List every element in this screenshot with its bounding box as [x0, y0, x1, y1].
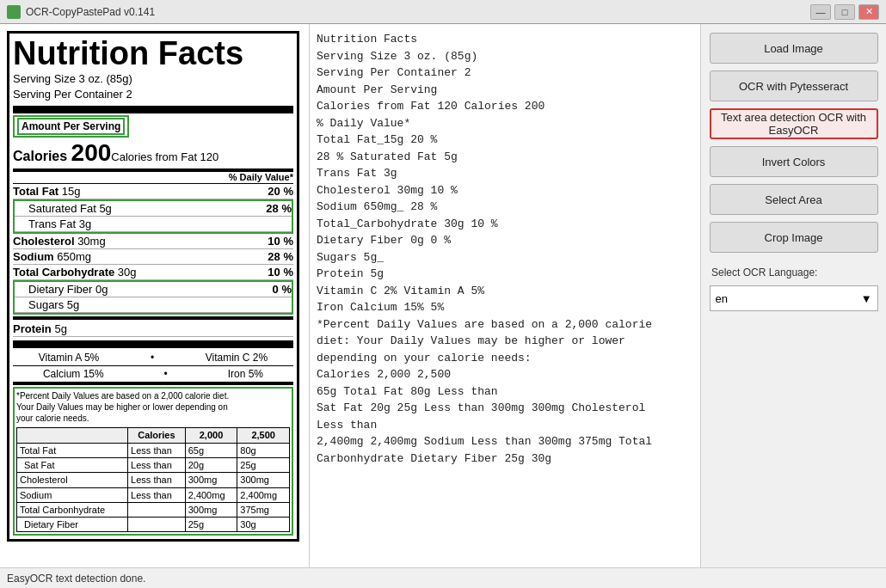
table-row: Sodium Less than 2,400mg 2,400mg — [17, 487, 290, 502]
fiber-sugars-section: Dietary Fiber 0g 0 % Sugars 5g — [13, 280, 293, 315]
trans-fat-row: Trans Fat 3g — [15, 217, 292, 232]
saturated-fat-row: Saturated Fat 5g 28 % — [15, 201, 292, 217]
calories-value: 200 — [71, 139, 112, 166]
thick-divider-1 — [13, 106, 293, 113]
calories-from-fat: Calories from Fat 120 — [111, 150, 218, 163]
language-value: en — [716, 292, 728, 305]
status-bar: EasyOCR text detection done. — [0, 567, 886, 588]
vitamins-row-2: Calcium 15% • Iron 5% — [13, 366, 293, 385]
serving-size: Serving Size 3 oz. (85g) — [13, 71, 293, 87]
dietary-fiber-row: Dietary Fiber 0g 0 % — [15, 282, 292, 297]
main-content: Nutrition Facts Serving Size 3 oz. (85g)… — [0, 24, 886, 567]
title-bar-left: OCR-CopyPastePad v0.141 — [7, 5, 155, 19]
close-button[interactable]: ✕ — [858, 4, 879, 20]
table-row: Sat Fat Less than 20g 25g — [17, 457, 290, 472]
app-icon — [7, 5, 21, 19]
load-image-button[interactable]: Load Image — [710, 33, 878, 64]
ocr-easyocr-button[interactable]: Text area detection OCR with EasyOCR — [710, 108, 878, 139]
ocr-text-panel: Nutrition Facts Serving Size 3 oz. (85g)… — [310, 24, 701, 567]
table-row: Total Carbonhydrate 300mg 375mg — [17, 502, 290, 517]
vitamins-row-1: Vitamin A 5% • Vitamin C 2% — [13, 350, 293, 366]
table-row: Total Fat Less than 65g 80g — [17, 443, 290, 457]
daily-table-header: Calories 2,000 2,500 — [17, 428, 290, 443]
minimize-button[interactable]: — — [810, 4, 831, 20]
total-fat-row: Total Fat 15g 20 % — [13, 184, 293, 199]
nutrition-label-panel: Nutrition Facts Serving Size 3 oz. (85g)… — [0, 24, 310, 567]
title-bar: OCR-CopyPastePad v0.141 — □ ✕ — [0, 0, 886, 24]
protein-row: Protein 5g — [13, 322, 293, 337]
calcium: Calcium 15% — [43, 368, 104, 380]
thick-divider-2 — [13, 340, 293, 348]
amount-per-serving: Amount Per Serving — [13, 115, 129, 138]
medium-divider-protein — [13, 316, 293, 320]
app-title: OCR-CopyPastePad v0.141 — [26, 6, 155, 18]
select-area-button[interactable]: Select Area — [710, 184, 878, 215]
right-panel: Load Image OCR with Pytesseract Text are… — [701, 24, 886, 567]
calories-label: Calories — [13, 149, 67, 163]
vitamin-c: Vitamin C 2% — [206, 352, 268, 364]
cholesterol-row: Cholesterol 30mg 10 % — [13, 234, 293, 249]
nutrition-title: Nutrition Facts — [13, 37, 293, 70]
invert-colors-button[interactable]: Invert Colors — [710, 146, 878, 177]
iron: Iron 5% — [228, 368, 263, 380]
daily-value-header: % Daily Value* — [13, 172, 293, 184]
language-label: Select OCR Language: — [708, 266, 817, 279]
calories-row: Calories 200 Calories from Fat 120 — [13, 138, 293, 172]
maximize-button[interactable]: □ — [834, 4, 855, 20]
table-row: Cholesterol Less than 300mg 300mg — [17, 473, 290, 487]
sodium-row: Sodium 650mg 28 % — [13, 249, 293, 265]
nutrition-label: Nutrition Facts Serving Size 3 oz. (85g)… — [7, 31, 299, 542]
saturated-fat-section: Saturated Fat 5g 28 % Trans Fat 3g — [13, 199, 293, 234]
language-select[interactable]: en ▼ — [710, 285, 878, 311]
ocr-pytesseract-button[interactable]: OCR with Pytesseract — [710, 70, 878, 101]
daily-table: Calories 2,000 2,500 Total Fat Less than… — [16, 427, 290, 532]
window-controls: — □ ✕ — [810, 4, 879, 20]
serving-per-container: Serving Per Container 2 — [13, 87, 293, 102]
ocr-output: Nutrition Facts Serving Size 3 oz. (85g)… — [317, 31, 693, 467]
sugars-row: Sugars 5g — [15, 297, 292, 313]
table-row: Dietary Fiber 25g 30g — [17, 518, 290, 532]
status-text: EasyOCR text detection done. — [7, 573, 145, 585]
dropdown-arrow-icon: ▼ — [861, 292, 872, 305]
footnote: *Percent Daily Values are based on a 2,0… — [13, 387, 293, 536]
carbohydrate-row: Total Carbohydrate 30g 10 % — [13, 265, 293, 280]
vitamin-a: Vitamin A 5% — [39, 352, 100, 364]
crop-image-button[interactable]: Crop Image — [710, 222, 878, 253]
